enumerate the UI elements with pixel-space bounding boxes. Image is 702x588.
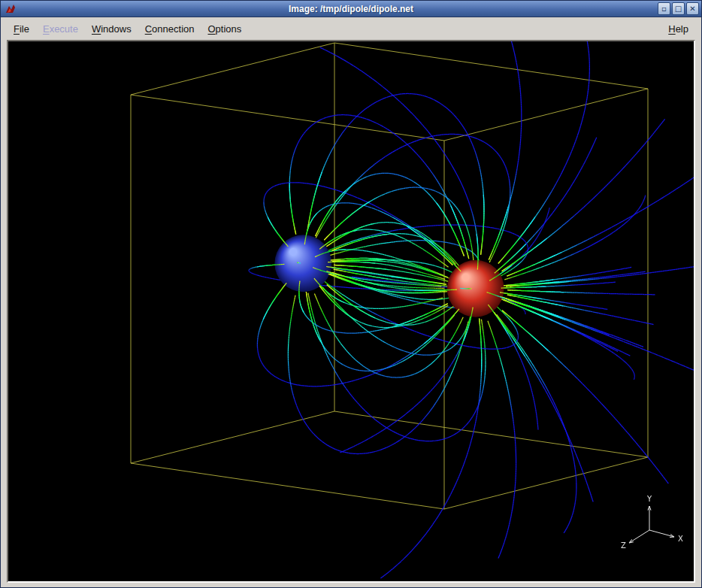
- minimize-button[interactable]: ▫: [658, 2, 670, 15]
- menu-help[interactable]: Help: [661, 20, 695, 38]
- menubar: File Execute Windows Connection Options …: [1, 17, 701, 40]
- menu-options[interactable]: Options: [201, 20, 248, 38]
- menu-connection[interactable]: Connection: [138, 20, 201, 38]
- menu-file[interactable]: File: [7, 20, 36, 38]
- opendx-logo-icon: [5, 3, 17, 15]
- scene-canvas[interactable]: [8, 41, 695, 583]
- window-controls: ▫ □ ✕: [658, 2, 699, 15]
- titlebar[interactable]: Image: /tmp/dipole/dipole.net ▫ □ ✕: [1, 1, 701, 17]
- close-button[interactable]: ✕: [686, 2, 699, 15]
- menu-windows[interactable]: Windows: [85, 20, 138, 38]
- image-viewport: [7, 40, 695, 583]
- window-title: Image: /tmp/dipole/dipole.net: [1, 4, 701, 14]
- app-window: Image: /tmp/dipole/dipole.net ▫ □ ✕ File…: [0, 0, 702, 588]
- menu-execute[interactable]: Execute: [36, 20, 85, 38]
- maximize-button[interactable]: □: [672, 2, 685, 15]
